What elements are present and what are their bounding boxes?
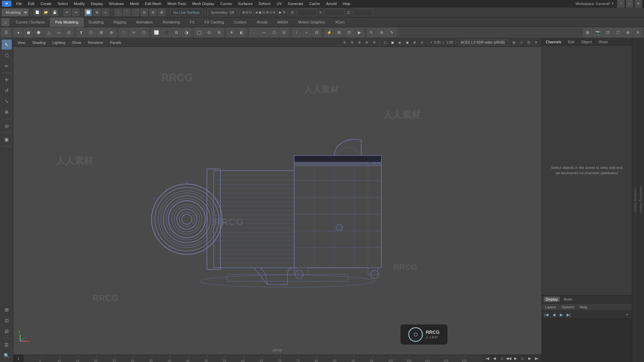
multi-cut-btn[interactable]: ✂ bbox=[129, 28, 139, 37]
anim-tab[interactable]: Anim bbox=[562, 297, 574, 302]
rigging-btn[interactable]: ⊕ bbox=[623, 28, 633, 37]
z-coord-field[interactable] bbox=[353, 9, 373, 16]
nav-prev-btn[interactable]: ◀ bbox=[550, 312, 557, 318]
menu-edit[interactable]: Edit bbox=[25, 1, 37, 6]
menu-arnold[interactable]: Arnold bbox=[323, 1, 339, 6]
snap-view-btn[interactable]: ⊟ bbox=[149, 9, 157, 16]
face-btn[interactable]: ⬡ bbox=[269, 28, 279, 37]
next-frame-btn[interactable]: ▶ bbox=[526, 356, 533, 362]
view-menu[interactable]: View bbox=[15, 40, 28, 45]
bridge-btn[interactable]: ⊞ bbox=[97, 28, 106, 37]
menu-modify[interactable]: Modify bbox=[71, 1, 87, 6]
outliner-tool[interactable]: ☰ bbox=[2, 340, 12, 350]
timeline-ruler[interactable] bbox=[23, 355, 483, 362]
color-mode-selector[interactable]: ACES 1.0 SDR-video (sRGB) bbox=[458, 40, 508, 45]
snap-edge-btn[interactable]: ⊞ bbox=[158, 9, 165, 16]
prev-key-btn[interactable]: ◁ bbox=[498, 356, 505, 362]
redo-btn[interactable]: ↪ bbox=[72, 9, 79, 16]
help-btn[interactable]: Help bbox=[578, 305, 589, 309]
nav-next-btn[interactable]: ▶ bbox=[558, 312, 565, 318]
y-coord-field[interactable] bbox=[325, 9, 345, 16]
menu-create[interactable]: Create bbox=[38, 1, 54, 6]
menu-select[interactable]: Select bbox=[55, 1, 71, 6]
vp-layout-btn[interactable]: ⊡ bbox=[525, 39, 532, 46]
tab-custom[interactable]: Custom bbox=[229, 17, 252, 27]
bevel-btn[interactable]: ⬡ bbox=[87, 28, 96, 37]
paint-tool-icon[interactable]: ✎ bbox=[387, 28, 396, 37]
vp-icons-btn[interactable]: ⊞ bbox=[511, 39, 517, 46]
play-back-btn[interactable]: ◀◀ bbox=[505, 356, 512, 362]
camera-btn[interactable]: 📷 bbox=[593, 28, 602, 37]
menu-mesh[interactable]: Mesh bbox=[127, 1, 142, 6]
smooth-btn[interactable]: ◌ bbox=[119, 28, 128, 37]
outliner-btn[interactable]: ☰ bbox=[1, 28, 11, 37]
quality-4-btn[interactable]: ④ bbox=[364, 39, 370, 46]
search-tool[interactable]: 🔍 bbox=[2, 351, 12, 361]
crease-btn[interactable]: ⊟ bbox=[312, 28, 321, 37]
xray-joint-btn[interactable]: ⊚ bbox=[214, 28, 224, 37]
nav-first-btn[interactable]: |◀ bbox=[543, 312, 550, 318]
nav-add-btn[interactable]: + bbox=[624, 312, 631, 318]
norm-size-btn[interactable]: ↕ bbox=[292, 28, 301, 37]
eval-btn[interactable]: ⚡ bbox=[324, 28, 334, 37]
vp-ctrl6[interactable]: ⊙ bbox=[419, 39, 425, 46]
maximize-btn[interactable]: □ bbox=[626, 0, 633, 7]
undo-btn[interactable]: ↩ bbox=[63, 9, 71, 16]
tab-mash[interactable]: MASH bbox=[272, 17, 293, 27]
left-tool-extra2[interactable]: ⊡ bbox=[2, 315, 12, 325]
viewport-3d[interactable]: RRCG 人人素材 人人素材 RRCG RRCG 人人素材 RRCG bbox=[13, 47, 541, 355]
attribute-editor-strip[interactable]: Attribute Editor bbox=[632, 38, 638, 362]
left-tool-extra1[interactable]: ⊞ bbox=[2, 305, 12, 315]
shading-plane-btn[interactable]: ▭ bbox=[54, 28, 63, 37]
quality-3-btn[interactable]: ③ bbox=[356, 39, 363, 46]
universal-manip[interactable]: ⊕ bbox=[2, 107, 12, 117]
show-menu[interactable]: Show bbox=[70, 40, 84, 45]
tab-fx-caching[interactable]: FX Caching bbox=[200, 17, 229, 27]
smooth-shaded-btn[interactable]: ⬛ bbox=[162, 28, 171, 37]
tab-fx[interactable]: FX bbox=[185, 17, 200, 27]
renderer-menu[interactable]: Renderer bbox=[86, 40, 105, 45]
lighting-menu[interactable]: Lighting bbox=[50, 40, 67, 45]
snap-grid-btn[interactable]: ⋮ bbox=[114, 9, 122, 16]
menu-mesh-tools[interactable]: Mesh Tools bbox=[165, 1, 189, 6]
new-file-btn[interactable]: 📄 bbox=[34, 9, 41, 16]
soft-select-tool[interactable]: ◎ bbox=[2, 121, 12, 131]
menu-mesh-display[interactable]: Mesh Display bbox=[190, 1, 217, 6]
close-btn[interactable]: ✕ bbox=[635, 0, 642, 7]
vertex-btn[interactable]: · bbox=[249, 28, 259, 37]
uv-btn[interactable]: U bbox=[279, 28, 289, 37]
channels-tab[interactable]: Channels bbox=[544, 39, 562, 45]
menu-edit-mesh[interactable]: Edit Mesh bbox=[142, 1, 164, 6]
render-btn[interactable]: ⊡ bbox=[603, 28, 612, 37]
x-coord-field[interactable] bbox=[297, 9, 317, 16]
shading-menu[interactable]: Shading bbox=[30, 40, 48, 45]
edge-btn[interactable]: — bbox=[259, 28, 269, 37]
tab-home-btn[interactable]: ⌂ bbox=[1, 18, 9, 26]
save-file-btn[interactable]: 💾 bbox=[51, 9, 58, 16]
lasso-tool-icon[interactable]: ⊛ bbox=[377, 28, 386, 37]
shading-torus-btn[interactable]: ◎ bbox=[64, 28, 73, 37]
show-manip-tool[interactable]: ▣ bbox=[2, 134, 12, 144]
menu-display[interactable]: Display bbox=[88, 1, 106, 6]
boolean-btn[interactable]: ⊕ bbox=[107, 28, 116, 37]
select-all-btn[interactable]: ⬜ bbox=[85, 9, 92, 16]
menu-surfaces[interactable]: Surfaces bbox=[235, 1, 255, 6]
go-end-btn[interactable]: ▶| bbox=[533, 356, 540, 362]
tab-rendering[interactable]: Rendering bbox=[158, 17, 185, 27]
prev-frame-btn[interactable]: ◀ bbox=[491, 356, 498, 362]
menu-help[interactable]: Help bbox=[340, 1, 353, 6]
lighting-btn[interactable]: ☀ bbox=[227, 28, 236, 37]
show-tab[interactable]: Show bbox=[597, 39, 609, 45]
panels-menu[interactable]: Panels bbox=[108, 40, 123, 45]
parallel-btn[interactable]: ⊞ bbox=[334, 28, 344, 37]
isolate-btn[interactable]: ◯ bbox=[194, 28, 204, 37]
tab-poly-modeling[interactable]: Poly Modeling bbox=[50, 17, 83, 27]
shadows-btn[interactable]: ◐ bbox=[237, 28, 246, 37]
extrude-btn[interactable]: ⬆ bbox=[76, 28, 86, 37]
tab-animation[interactable]: Animation bbox=[131, 17, 158, 27]
menu-uv[interactable]: UV bbox=[274, 1, 284, 6]
select-hierarchy-btn[interactable]: ⊞ bbox=[93, 9, 101, 16]
play-forward-btn[interactable]: ▶ bbox=[512, 356, 519, 362]
go-start-btn[interactable]: |◀ bbox=[484, 356, 491, 362]
tab-xgen[interactable]: XGen bbox=[330, 17, 350, 27]
